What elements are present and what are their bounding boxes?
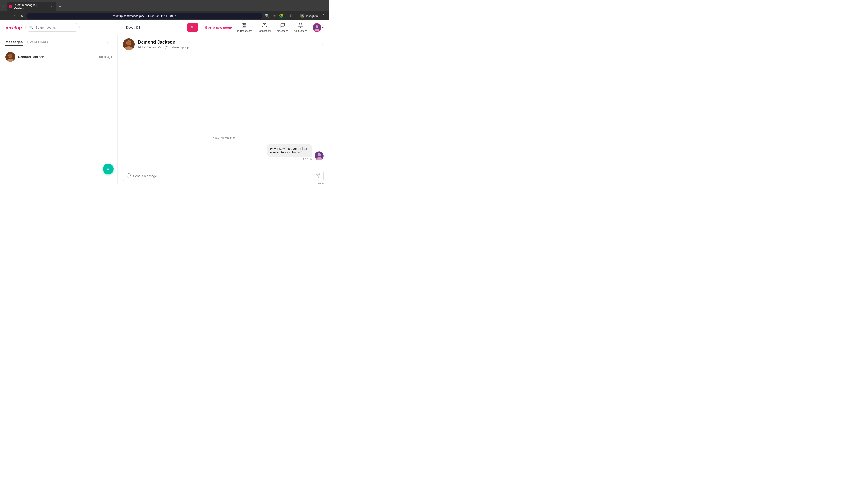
tab-nav-prev[interactable]: ‹ [2,4,6,9]
message-row: Hey, I saw the event. I just wanted to j… [123,144,324,160]
chat-contact-avatar [123,38,135,50]
avatar-icon [313,23,321,32]
input-wrapper[interactable] [123,170,324,181]
user-avatar[interactable] [313,23,321,32]
nav-item-notifications[interactable]: Notifications [293,23,307,32]
emoji-icon [126,173,131,177]
divider2 [296,13,296,18]
new-tab-button[interactable]: + [57,3,63,10]
message-info: Hey, I saw the event. I just wanted to j… [236,144,312,160]
search-btn-icon: 🔍 [190,26,195,29]
conv-info: Demond Jackson [18,55,94,59]
messages-container: Today, March 11th Hey, I saw the event. … [118,54,329,167]
demond-avatar-small [5,52,16,62]
tab-close-button[interactable]: ✕ [50,5,54,8]
location-label[interactable]: Dover, DE [83,26,184,29]
chevron-down-icon: ▾ [322,26,324,29]
tab-title: Direct messages | Meetup [13,3,46,10]
demond-avatar-large [123,38,135,50]
sidebar-header: Messages Event Chats ··· [0,39,117,49]
emoji-button[interactable] [126,173,131,179]
notifications-icon [298,23,303,29]
conv-time: 1 minute ago [96,55,112,59]
app-header: meetup 🔍 Search events Dover, DE 🔍 Start… [0,20,329,35]
messages-sidebar: Messages Event Chats ··· [0,35,118,184]
search-button[interactable]: 🔍 [187,23,198,32]
char-count: 2000 [123,181,324,184]
more-options-icon[interactable]: ⋮ [321,13,327,19]
tab-event-chats[interactable]: Event Chats [27,39,48,46]
forward-button[interactable]: → [11,13,17,19]
incognito-button[interactable]: 🕵 Incognito [298,13,320,19]
incognito-label: Incognito [306,14,318,18]
chat-meta: Las Vegas, NV 1 shared group [138,46,315,49]
app: meetup 🔍 Search events Dover, DE 🔍 Start… [0,20,329,184]
send-icon [316,173,320,177]
sidebar-tabs: Messages Event Chats [5,39,53,46]
tab-favicon [9,5,12,8]
svg-point-11 [8,54,12,58]
connections-icon [262,23,267,29]
sidebar-more-button[interactable]: ··· [107,40,112,45]
chat-user-info: Demond Jackson Las Vegas, NV 1 shared gr… [138,39,315,49]
svg-rect-3 [244,26,246,27]
compose-icon: ✏ [106,166,110,172]
pro-dashboard-icon [241,23,246,29]
search-toolbar-icon[interactable]: 🔍 [264,13,270,19]
svg-point-21 [127,173,131,177]
pro-dashboard-label: Pro Dashboard [236,30,252,32]
nav-item-connections[interactable]: Connections [258,23,272,32]
message-input-area: 2000 [118,167,329,184]
extensions-icon[interactable]: 🧩 [278,13,284,19]
svg-point-4 [263,23,265,25]
refresh-button[interactable]: ↻ [19,13,25,19]
svg-rect-0 [242,23,243,25]
url-input[interactable] [26,13,262,19]
messages-label: Messages [277,30,288,32]
svg-point-7 [315,29,319,32]
conv-name: Demond Jackson [18,55,94,59]
tab-bar: ‹ Direct messages | Meetup ✕ + [0,0,329,11]
start-group-link[interactable]: Start a new group [205,26,232,29]
chat-shared-groups: 1 shared group [165,46,189,49]
date-separator: Today, March 11th [123,136,324,140]
conversation-item[interactable]: Demond Jackson 1 minute ago [0,49,117,65]
message-input[interactable] [133,174,313,178]
browser-chrome: ‹ Direct messages | Meetup ✕ + ← → ↻ 🔍 ☆… [0,0,329,20]
compose-button[interactable]: ✏ [103,164,114,174]
message-bubble: Hey, I saw the event. I just wanted to j… [267,144,312,157]
send-button[interactable] [316,173,320,179]
search-bar[interactable]: 🔍 Search events [25,23,80,32]
tab-messages[interactable]: Messages [5,39,23,46]
svg-point-17 [166,46,167,47]
chat-contact-name: Demond Jackson [138,39,315,45]
conv-avatar [5,52,16,62]
chat-location: Las Vegas, NV [138,46,161,49]
chat-area: Demond Jackson Las Vegas, NV 1 shared gr… [118,35,329,184]
back-button[interactable]: ← [3,13,9,19]
chat-more-button[interactable]: ··· [318,42,324,47]
people-icon [165,46,168,49]
nav-group: Pro Dashboard Connections Messages [236,23,324,32]
logo[interactable]: meetup [5,24,22,31]
user-menu[interactable]: ▾ [313,23,324,32]
connections-label: Connections [258,30,272,32]
main-content: Messages Event Chats ··· [0,35,329,184]
search-icon: 🔍 [29,25,34,30]
active-tab[interactable]: Direct messages | Meetup ✕ [6,2,56,11]
address-bar: ← → ↻ 🔍 ☆ 🧩 ⧉ 🕵 Incognito ⋮ [0,11,329,20]
search-placeholder: Search events [35,26,56,29]
location-pin-icon [138,46,141,49]
notifications-label: Notifications [293,30,307,32]
svg-rect-2 [242,26,243,27]
nav-item-messages[interactable]: Messages [277,23,288,32]
split-view-icon[interactable]: ⧉ [289,13,293,19]
svg-point-16 [139,47,140,48]
sender-avatar-icon [315,151,324,160]
message-time: 6:12 PM [303,158,312,160]
incognito-icon: 🕵 [300,13,305,18]
nav-item-pro-dashboard[interactable]: Pro Dashboard [236,23,252,32]
bookmark-icon[interactable]: ☆ [272,13,277,19]
messages-icon [280,23,285,29]
svg-point-19 [318,153,321,156]
